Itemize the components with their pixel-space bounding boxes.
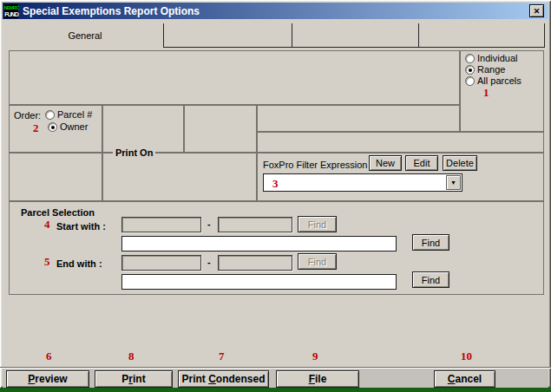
group-box-bottom-left xyxy=(9,153,102,201)
start-owner-input[interactable] xyxy=(121,236,397,252)
app-icon: NEMRC FUND xyxy=(4,4,18,18)
radio-individual[interactable]: Individual xyxy=(465,53,517,63)
foxpro-filter-combobox[interactable]: 3 ▼ xyxy=(263,173,462,192)
radio-selected-icon xyxy=(465,65,475,75)
start-with-label: Start with : xyxy=(56,221,106,232)
file-button-label: File xyxy=(309,373,327,385)
file-button[interactable]: File xyxy=(276,370,359,388)
start-find-button-disabled-label: Find xyxy=(308,219,326,230)
radio-icon xyxy=(465,76,475,86)
tab-general[interactable]: General xyxy=(7,23,164,48)
annotation-9: 9 xyxy=(312,350,318,363)
window-title: Special Exemptions Report Options xyxy=(23,5,200,17)
app-icon-text-top: NEMRC xyxy=(4,5,19,11)
annotation-6: 6 xyxy=(46,350,52,363)
end-find-button-disabled: Find xyxy=(298,253,337,270)
group-box-print-on xyxy=(102,153,257,201)
delete-button-label: Delete xyxy=(446,158,474,168)
end-with-label: End with : xyxy=(56,258,102,269)
app-icon-text-bottom: FUND xyxy=(4,11,17,17)
annotation-2: 2 xyxy=(33,121,39,135)
edit-button[interactable]: Edit xyxy=(405,155,438,171)
new-button-label: New xyxy=(376,158,395,168)
annotation-7: 7 xyxy=(219,350,225,363)
group-box-top xyxy=(9,50,460,105)
start-parcel-field-2 xyxy=(218,217,292,232)
end-owner-input[interactable] xyxy=(121,274,397,290)
range-dash: - xyxy=(207,257,211,267)
cancel-button[interactable]: Cancel xyxy=(434,370,495,388)
cancel-button-label: Cancel xyxy=(448,373,482,385)
print-button[interactable]: Print xyxy=(95,370,173,388)
foxpro-filter-label: FoxPro Filter Expression xyxy=(263,160,367,170)
start-find-button-label: Find xyxy=(422,238,440,248)
group-box-strip xyxy=(257,132,544,153)
dialog-window: NEMRC FUND Special Exemptions Report Opt… xyxy=(0,0,551,388)
edit-button-label: Edit xyxy=(414,158,430,168)
print-button-label: Print xyxy=(121,373,145,385)
start-parcel-field-1 xyxy=(121,217,201,232)
annotation-5: 5 xyxy=(44,255,50,269)
new-button[interactable]: New xyxy=(369,155,402,171)
annotation-3: 3 xyxy=(272,177,279,191)
group-box-mid-1 xyxy=(102,105,184,153)
end-find-button-label: Find xyxy=(422,275,440,285)
radio-icon xyxy=(465,54,475,63)
end-parcel-field-1 xyxy=(121,255,201,271)
radio-individual-label: Individual xyxy=(477,53,517,63)
tab-general-label: General xyxy=(68,30,102,41)
order-label: Order: xyxy=(14,110,41,121)
preview-button-label: Preview xyxy=(28,373,67,385)
chevron-down-icon: ▼ xyxy=(450,180,456,186)
radio-icon xyxy=(45,110,55,120)
desktop: NEMRC FUND Special Exemptions Report Opt… xyxy=(0,0,551,392)
radio-selected-icon xyxy=(48,122,57,132)
group-box-mid-2 xyxy=(184,105,257,153)
end-find-button-disabled-label: Find xyxy=(308,257,326,267)
radio-parcel-number-label: Parcel # xyxy=(57,109,92,120)
radio-range[interactable]: Range xyxy=(465,64,505,75)
start-find-button[interactable]: Find xyxy=(412,234,449,251)
combobox-dropdown-button[interactable]: ▼ xyxy=(446,175,461,190)
annotation-1: 1 xyxy=(483,86,489,100)
annotation-8: 8 xyxy=(128,350,134,363)
preview-button[interactable]: Preview xyxy=(6,370,89,388)
radio-parcel-number[interactable]: Parcel # xyxy=(45,109,92,120)
parcel-selection-title: Parcel Selection xyxy=(21,207,95,218)
annotation-4: 4 xyxy=(44,218,50,232)
start-find-button-disabled: Find xyxy=(298,216,337,232)
radio-all-parcels-label: All parcels xyxy=(477,75,521,86)
radio-range-label: Range xyxy=(477,64,505,75)
tab-blank-2[interactable] xyxy=(292,23,419,48)
tab-blank-3[interactable] xyxy=(419,23,545,48)
radio-owner-label: Owner xyxy=(60,121,88,132)
radio-all-parcels[interactable]: All parcels xyxy=(465,75,521,86)
end-find-button[interactable]: Find xyxy=(412,271,449,288)
tab-blank-1[interactable] xyxy=(164,23,292,48)
range-dash: - xyxy=(207,219,211,229)
delete-button[interactable]: Delete xyxy=(443,155,477,171)
group-box-mid-3 xyxy=(257,105,460,132)
print-condensed-button-label: Print Condensed xyxy=(181,373,265,385)
annotation-10: 10 xyxy=(461,350,472,363)
print-on-label: Print On xyxy=(113,147,155,158)
radio-owner[interactable]: Owner xyxy=(48,121,88,132)
close-icon: ✕ xyxy=(534,7,541,16)
print-condensed-button[interactable]: Print Condensed xyxy=(178,370,269,388)
end-parcel-field-2 xyxy=(218,255,292,271)
close-button[interactable]: ✕ xyxy=(529,4,544,17)
titlebar: NEMRC FUND Special Exemptions Report Opt… xyxy=(3,3,548,19)
